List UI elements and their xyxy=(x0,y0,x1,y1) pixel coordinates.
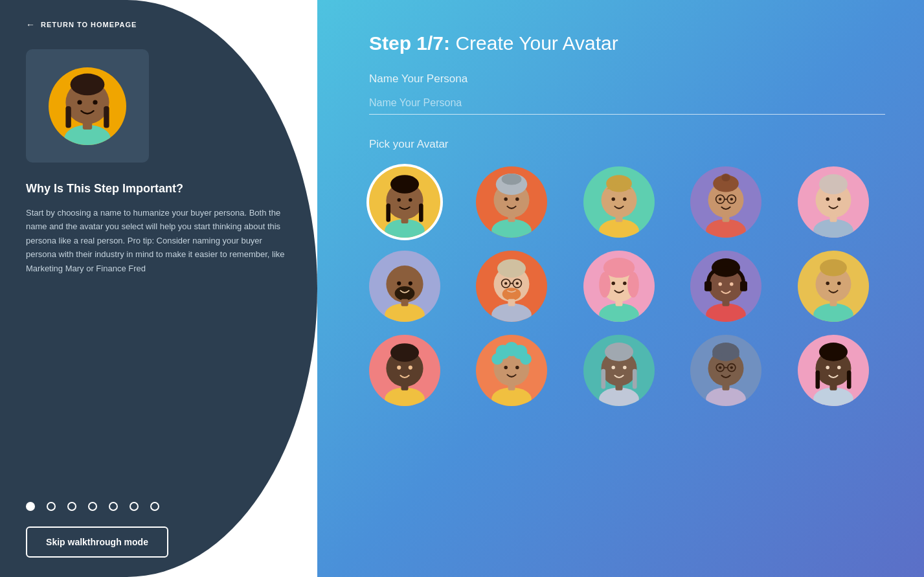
dot-3[interactable] xyxy=(67,502,76,511)
svg-rect-73 xyxy=(740,281,747,291)
svg-rect-121 xyxy=(815,370,820,389)
dot-7[interactable] xyxy=(150,502,159,511)
avatar-item-12[interactable] xyxy=(476,335,547,406)
svg-point-13 xyxy=(409,198,412,202)
svg-point-95 xyxy=(521,354,532,365)
return-link-label: RETURN TO HOMEPAGE xyxy=(41,21,137,28)
dot-6[interactable] xyxy=(130,502,139,511)
svg-point-57 xyxy=(504,282,507,284)
svg-point-12 xyxy=(397,198,401,202)
avatar-item-5[interactable] xyxy=(798,166,869,238)
svg-point-4 xyxy=(77,100,82,104)
svg-point-47 xyxy=(397,282,401,286)
svg-rect-83 xyxy=(829,299,837,306)
avatar-item-13[interactable] xyxy=(583,335,655,406)
svg-point-36 xyxy=(719,198,721,200)
svg-point-18 xyxy=(502,174,522,185)
svg-rect-103 xyxy=(633,369,637,389)
avatar-item-2[interactable] xyxy=(476,166,547,238)
svg-point-67 xyxy=(623,282,627,286)
svg-point-105 xyxy=(623,366,627,370)
svg-point-1 xyxy=(71,73,105,95)
svg-point-87 xyxy=(409,366,412,370)
svg-rect-122 xyxy=(846,370,851,389)
avatar-item-11[interactable] xyxy=(369,335,440,406)
svg-point-19 xyxy=(504,198,508,201)
svg-point-123 xyxy=(826,366,829,370)
why-title: Why Is This Step Important? xyxy=(26,182,291,196)
svg-point-74 xyxy=(719,282,723,286)
svg-point-124 xyxy=(837,366,841,370)
step-title-text: Create Your Avatar xyxy=(455,32,618,54)
name-persona-label: Name Your Persona xyxy=(369,73,885,85)
svg-point-32 xyxy=(722,174,730,181)
svg-rect-61 xyxy=(508,299,515,306)
svg-point-101 xyxy=(605,343,633,361)
svg-point-41 xyxy=(819,174,848,194)
svg-rect-45 xyxy=(829,215,837,222)
svg-point-94 xyxy=(492,354,504,365)
persona-name-input[interactable] xyxy=(369,92,885,115)
svg-point-9 xyxy=(390,175,419,194)
avatar-item-3[interactable] xyxy=(583,166,655,238)
avatar-item-8[interactable] xyxy=(583,251,655,322)
why-text: Start by choosing a name to humanize you… xyxy=(26,206,291,275)
svg-point-110 xyxy=(712,351,722,358)
avatar-item-1[interactable] xyxy=(369,166,440,238)
svg-rect-22 xyxy=(508,215,515,222)
svg-rect-28 xyxy=(615,215,622,222)
step-title: Step 1/7: Create Your Avatar xyxy=(369,32,885,54)
dot-5[interactable] xyxy=(109,502,118,511)
svg-point-75 xyxy=(730,282,734,286)
svg-rect-72 xyxy=(704,281,712,291)
svg-rect-118 xyxy=(723,383,730,390)
svg-point-37 xyxy=(730,198,733,200)
avatar-item-7[interactable] xyxy=(476,251,547,322)
svg-point-49 xyxy=(395,286,415,300)
svg-rect-89 xyxy=(401,383,409,390)
svg-rect-15 xyxy=(401,216,409,223)
svg-rect-102 xyxy=(601,369,605,389)
right-panel: Step 1/7: Create Your Avatar Name Your P… xyxy=(317,0,924,577)
avatar-preview-box xyxy=(26,49,149,163)
avatar-item-14[interactable] xyxy=(690,335,761,406)
svg-rect-11 xyxy=(419,203,423,222)
svg-point-43 xyxy=(837,198,841,201)
svg-point-59 xyxy=(502,288,521,300)
avatar-item-10[interactable] xyxy=(798,251,869,322)
skip-walkthrough-button[interactable]: Skip walkthrough mode xyxy=(26,526,168,558)
svg-point-42 xyxy=(826,198,829,201)
dot-2[interactable] xyxy=(47,502,56,511)
svg-rect-10 xyxy=(386,203,390,222)
return-to-homepage-link[interactable]: ← RETURN TO HOMEPAGE xyxy=(26,19,291,30)
avatar-item-15[interactable] xyxy=(798,335,869,406)
svg-point-96 xyxy=(504,366,508,370)
dot-1[interactable] xyxy=(26,502,35,511)
pick-avatar-label: Pick your Avatar xyxy=(369,138,885,151)
step-dots xyxy=(26,502,291,511)
avatar-item-4[interactable] xyxy=(690,166,761,238)
svg-point-26 xyxy=(623,198,627,201)
svg-point-86 xyxy=(397,366,401,370)
svg-point-5 xyxy=(93,100,97,104)
svg-point-20 xyxy=(515,198,519,201)
avatar-grid xyxy=(369,166,885,406)
svg-rect-51 xyxy=(401,299,409,306)
step-label: Step 1/7: xyxy=(369,32,450,54)
dot-4[interactable] xyxy=(88,502,97,511)
svg-point-65 xyxy=(627,272,639,298)
left-panel: ← RETURN TO HOMEPAGE xyxy=(0,0,317,577)
svg-point-115 xyxy=(719,366,721,368)
avatar-item-9[interactable] xyxy=(690,251,761,322)
svg-point-97 xyxy=(515,366,519,370)
svg-point-79 xyxy=(820,259,847,276)
svg-point-85 xyxy=(390,343,419,362)
svg-rect-99 xyxy=(508,383,515,390)
avatar-item-6[interactable] xyxy=(369,251,440,322)
svg-point-104 xyxy=(611,366,615,370)
svg-rect-69 xyxy=(615,299,622,306)
svg-point-81 xyxy=(837,282,841,286)
svg-rect-39 xyxy=(723,215,730,222)
svg-point-58 xyxy=(516,282,519,284)
svg-rect-2 xyxy=(65,106,71,128)
